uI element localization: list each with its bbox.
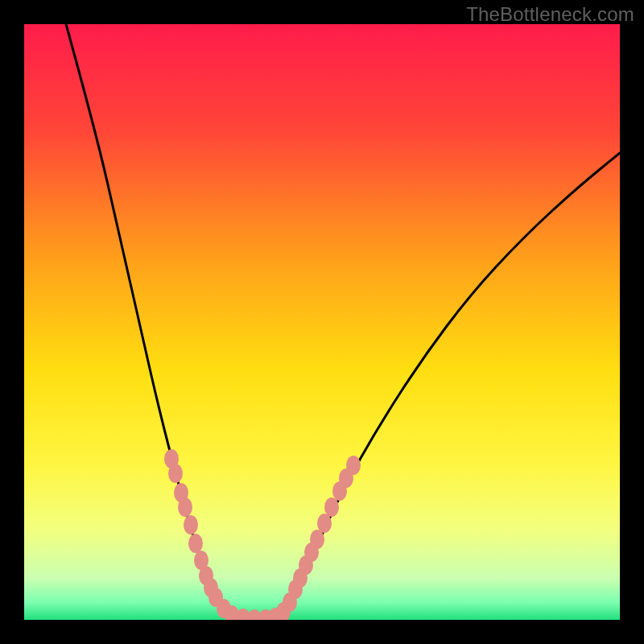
data-marker bbox=[168, 464, 183, 483]
chart-frame: TheBottleneck.com bbox=[0, 0, 644, 644]
data-marker bbox=[317, 514, 332, 533]
data-marker bbox=[178, 497, 192, 517]
data-marker bbox=[310, 530, 324, 549]
data-marker bbox=[324, 497, 339, 517]
data-marker bbox=[184, 515, 198, 535]
data-marker bbox=[188, 534, 203, 553]
data-marker bbox=[346, 456, 361, 475]
chart-svg bbox=[24, 24, 620, 620]
plot-area bbox=[24, 24, 620, 620]
watermark-text: TheBottleneck.com bbox=[466, 3, 634, 26]
